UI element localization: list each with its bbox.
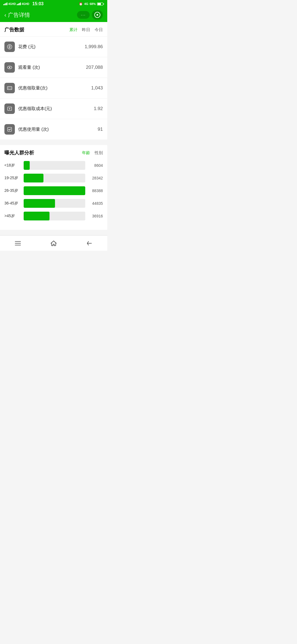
- bar-label: >45岁: [4, 214, 20, 219]
- audience-title: 曝光人群分析: [4, 149, 34, 156]
- more-button[interactable]: ···: [77, 11, 90, 19]
- ad-data-section: 广告数据 累计 昨日 今日 花费 (元) 1,999.86 观看量 (次) 20…: [0, 22, 107, 140]
- status-bar: 4GHD 4GHD 15:03 ⏰ 4G 68%: [0, 0, 107, 8]
- section-divider: [0, 142, 107, 145]
- svg-point-2: [9, 67, 10, 68]
- coupon-take-value: 1,043: [91, 85, 103, 91]
- battery-icon: [97, 2, 104, 6]
- status-left: 4GHD 4GHD 15:03: [3, 1, 44, 6]
- metric-coupon-use: 优惠使用量 (次) 91: [0, 119, 107, 140]
- target-circle-icon: [94, 12, 100, 18]
- views-icon: [4, 62, 15, 73]
- bar-label: <18岁: [4, 163, 20, 168]
- nav-right: ···: [77, 10, 103, 20]
- svg-point-5: [10, 88, 11, 89]
- metric-coupon-take: 优惠领取量(次) 1,043: [0, 78, 107, 98]
- cost-icon: [4, 42, 15, 52]
- coupon-use-value: 91: [98, 127, 103, 132]
- nav-bar: ‹ 广告详情 ···: [0, 8, 107, 22]
- coupon-cost-label: 优惠领取成本(元): [18, 106, 94, 112]
- signal-bars-1: [3, 2, 7, 5]
- data-type: 4G: [84, 2, 88, 6]
- bar-row: 19-25岁 28342: [4, 174, 103, 182]
- signal-type-2: 4GHD: [22, 2, 29, 6]
- signal-bars-2: [17, 2, 21, 5]
- home-icon: [50, 240, 57, 247]
- bar-fill: [24, 174, 43, 182]
- coupon-take-label: 优惠领取量(次): [18, 85, 91, 91]
- bar-label: 26-35岁: [4, 188, 20, 193]
- coupon-cost-value: 1.92: [94, 106, 103, 111]
- bottom-spacer: [0, 230, 107, 235]
- alarm-icon: ⏰: [79, 2, 83, 6]
- tab-cumulative[interactable]: 累计: [69, 27, 78, 32]
- cost-value: 1,999.86: [85, 44, 103, 50]
- battery-percent: 68%: [90, 2, 96, 6]
- tab-gender[interactable]: 性别: [95, 150, 103, 155]
- bar-fill: [24, 161, 30, 170]
- bottom-nav: [0, 235, 107, 251]
- bar-value: 8604: [89, 163, 103, 168]
- ad-data-tabs: 累计 昨日 今日: [69, 27, 103, 32]
- bar-value: 36916: [89, 214, 103, 218]
- audience-section: 曝光人群分析 年龄 性别 <18岁 8604 19-25岁 28342 26-3…: [0, 145, 107, 230]
- audience-header: 曝光人群分析 年龄 性别: [4, 149, 103, 156]
- tab-age[interactable]: 年龄: [82, 150, 90, 155]
- bar-value: 44835: [89, 201, 103, 206]
- bar-track: [24, 212, 85, 220]
- views-label: 观看量 (次): [18, 65, 86, 70]
- audience-tabs: 年龄 性别: [82, 150, 103, 155]
- coupon-take-icon: [4, 83, 15, 93]
- metric-cost: 花费 (元) 1,999.86: [0, 36, 107, 57]
- status-time: 15:03: [32, 1, 44, 6]
- bar-value: 28342: [89, 176, 103, 180]
- tab-yesterday[interactable]: 昨日: [82, 27, 90, 32]
- bar-row: 36-45岁 44835: [4, 199, 103, 208]
- signal-type-1: 4GHD: [8, 2, 16, 6]
- metric-views: 观看量 (次) 207,088: [0, 57, 107, 78]
- svg-rect-9: [8, 127, 12, 132]
- menu-icon: [14, 240, 21, 247]
- bar-track: [24, 161, 85, 170]
- cost-label: 花费 (元): [18, 44, 85, 50]
- bar-track: [24, 174, 85, 182]
- back-nav-button[interactable]: [81, 236, 98, 251]
- bar-row: >45岁 36916: [4, 212, 103, 220]
- bar-track: [24, 186, 85, 195]
- back-nav-icon: [86, 240, 93, 247]
- coupon-use-icon: [4, 124, 15, 135]
- bar-track: [24, 199, 85, 208]
- coupon-cost-icon: ¥: [4, 103, 15, 114]
- svg-text:¥: ¥: [9, 107, 10, 110]
- bar-fill: [24, 212, 50, 220]
- bar-row: 26-35岁 88388: [4, 186, 103, 195]
- bar-chart: <18岁 8604 19-25岁 28342 26-35岁 88388 36-4…: [4, 161, 103, 220]
- nav-title: 广告详情: [8, 11, 30, 19]
- target-button[interactable]: [92, 10, 103, 20]
- svg-point-4: [8, 88, 9, 89]
- metric-coupon-cost: ¥ 优惠领取成本(元) 1.92: [0, 98, 107, 119]
- coupon-use-label: 优惠使用量 (次): [18, 127, 98, 132]
- bar-fill: [24, 199, 55, 208]
- ad-data-title: 广告数据: [4, 26, 24, 33]
- tab-today[interactable]: 今日: [95, 27, 103, 32]
- menu-button[interactable]: [10, 236, 26, 251]
- bar-fill: [24, 186, 85, 195]
- back-icon[interactable]: ‹: [4, 12, 6, 18]
- target-dot-icon: [97, 14, 98, 16]
- status-right: ⏰ 4G 68%: [79, 2, 104, 6]
- bar-row: <18岁 8604: [4, 161, 103, 170]
- ad-data-header: 广告数据 累计 昨日 今日: [0, 22, 107, 36]
- home-button[interactable]: [45, 236, 62, 251]
- nav-left: ‹ 广告详情: [4, 11, 30, 19]
- bar-label: 36-45岁: [4, 201, 20, 206]
- bar-label: 19-25岁: [4, 176, 20, 181]
- bar-value: 88388: [89, 189, 103, 193]
- views-value: 207,088: [86, 65, 103, 70]
